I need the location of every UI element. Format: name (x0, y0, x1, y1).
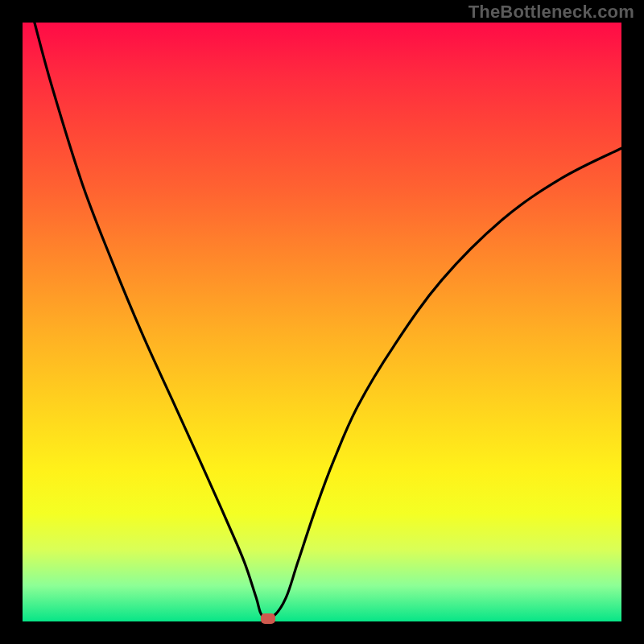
watermark-text: TheBottleneck.com (469, 2, 634, 23)
optimal-marker (261, 613, 275, 624)
plot-area (23, 23, 621, 621)
curve-svg (23, 23, 621, 621)
bottleneck-curve-path (35, 23, 621, 618)
chart-frame: TheBottleneck.com (0, 0, 644, 644)
